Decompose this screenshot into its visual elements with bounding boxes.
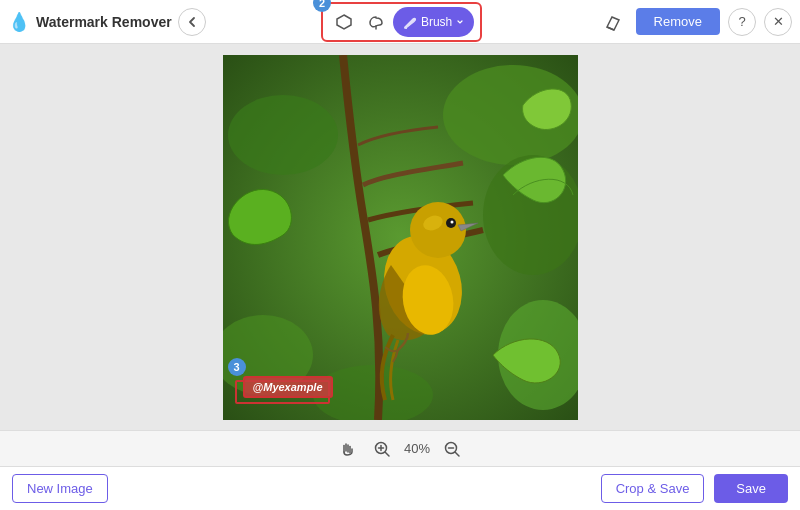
svg-point-9 (410, 202, 466, 258)
tools-toolbar: 2 Brush (321, 2, 482, 42)
save-button[interactable]: Save (714, 474, 788, 503)
app-logo-icon: 💧 (8, 11, 30, 33)
watermark-text: @Myexample (243, 376, 333, 398)
svg-point-2 (228, 95, 338, 175)
zoom-in-button[interactable] (370, 437, 394, 461)
brush-label: Brush (421, 15, 452, 29)
canvas-area[interactable]: 3 @Myexample (0, 44, 800, 430)
back-button[interactable] (178, 8, 206, 36)
zoom-bar: 40% (0, 430, 800, 466)
remove-button[interactable]: Remove (636, 8, 720, 35)
svg-point-12 (450, 220, 453, 223)
app-title: Watermark Remover (36, 14, 172, 30)
image-container: 3 @Myexample (223, 55, 578, 420)
polygon-tool-button[interactable] (329, 7, 359, 37)
help-button[interactable]: ? (728, 8, 756, 36)
close-button[interactable]: ✕ (764, 8, 792, 36)
footer-bar: New Image Crop & Save Save (0, 466, 800, 510)
title-bar: 💧 Watermark Remover 2 (0, 0, 800, 44)
svg-marker-0 (337, 15, 351, 29)
watermark-badge: 3 (228, 358, 246, 376)
main-image: 3 @Myexample (223, 55, 578, 420)
zoom-level: 40% (404, 441, 430, 456)
erase-tool-button[interactable] (598, 7, 628, 37)
brush-tool-button[interactable]: Brush (393, 7, 474, 37)
new-image-button[interactable]: New Image (12, 474, 108, 503)
title-left: 💧 Watermark Remover (8, 8, 206, 36)
lasso-tool-button[interactable] (361, 7, 391, 37)
toolbar-right: Remove ? ✕ (598, 7, 792, 37)
footer-right: Crop & Save Save (601, 474, 788, 503)
zoom-out-button[interactable] (440, 437, 464, 461)
crop-save-button[interactable]: Crop & Save (601, 474, 705, 503)
hand-tool-button[interactable] (336, 437, 360, 461)
